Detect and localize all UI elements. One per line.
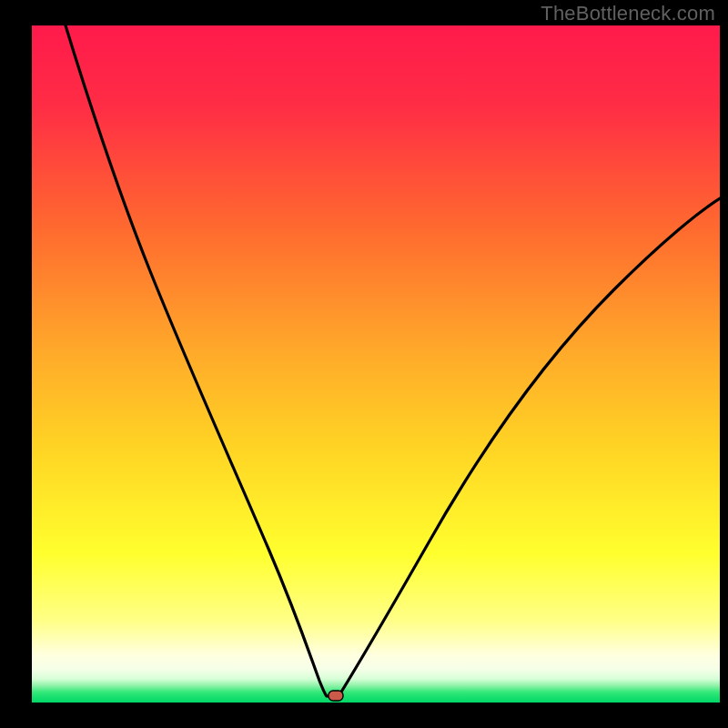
chart-frame: TheBottleneck.com: [0, 0, 728, 728]
plot-svg: [32, 25, 720, 703]
gradient-background: [32, 25, 720, 703]
plot-area: [32, 25, 720, 703]
optimal-point-marker: [329, 691, 343, 701]
watermark-text: TheBottleneck.com: [541, 2, 715, 25]
